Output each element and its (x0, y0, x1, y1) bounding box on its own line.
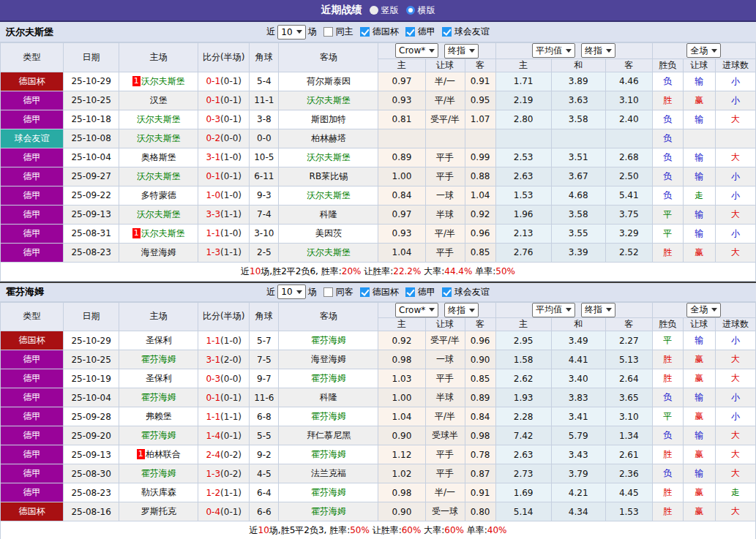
odds-lose: 3.10 (605, 407, 652, 426)
result-goals: 大 (715, 243, 755, 262)
title-bar: 近期战绩 竖版 横版 (0, 0, 756, 22)
handicap-line: 平手 (425, 369, 465, 388)
competition-cell: 德国杯 (1, 72, 64, 91)
result-handicap: 赢 (683, 502, 715, 521)
odds-stage-select-2[interactable]: 终指 (581, 303, 615, 317)
handicap-home-odds: 1.03 (378, 369, 425, 388)
match-row: 德甲 25-08-23 海登海姆 1-3(1-1) 2-5 沃尔夫斯堡 1.04… (1, 243, 756, 262)
home-team-cell: 汉堡 (119, 91, 198, 110)
league-checkbox-cup[interactable] (360, 27, 370, 37)
average-select[interactable]: 平均值 (532, 303, 575, 317)
same-home-checkbox[interactable] (323, 27, 333, 37)
away-team-cell: RB莱比锡 (279, 167, 378, 186)
match-row: 德甲 25-10-18 沃尔夫斯堡 0-3(0-1) 3-8 斯图加特 0.81… (1, 110, 756, 129)
odds-draw: 3.79 (551, 464, 605, 483)
results-table-2: 类型 日期 主场 比分(半场) 角球 客场 Crow* 终指 平均值 终指 全场 (0, 302, 756, 539)
league-label-bundesliga: 德甲 (418, 26, 435, 38)
match-row: 德甲 25-10-25 霍芬海姆 3-1(2-0) 7-5 海登海姆 0.98 … (1, 350, 756, 369)
match-row: 德甲 25-10-25 汉堡 0-1(0-1) 11-1 沃尔夫斯堡 0.93 … (1, 91, 756, 110)
match-row: 德国杯 25-08-16 罗斯托克 0-4(0-1) 6-6 霍芬海姆 0.90… (1, 502, 756, 521)
handicap-home-odds: 0.98 (378, 483, 425, 502)
result-goals: 大 (715, 369, 755, 388)
sub-col-wdl: 胜负 (652, 318, 683, 331)
home-team-cell: 海登海姆 (119, 243, 198, 262)
home-team-name: 奥格斯堡 (141, 152, 176, 162)
odds-draw: 3.83 (551, 388, 605, 407)
chevron-down-icon (429, 49, 435, 53)
league-checkbox-cup[interactable] (360, 287, 370, 297)
away-team-cell: 拜仁慕尼黑 (279, 426, 378, 445)
match-count-select[interactable]: 10 (277, 284, 305, 299)
date-cell: 25-08-30 (64, 464, 119, 483)
league-label-cup: 德国杯 (373, 286, 399, 298)
handicap-away-odds: 0.90 (465, 350, 495, 369)
score-cell: 0-3(0-1) (198, 110, 250, 129)
radio-selected-icon[interactable] (406, 6, 415, 15)
handicap-away-odds: 0.96 (465, 224, 495, 243)
layout-radio-horizontal[interactable]: 横版 (406, 4, 435, 17)
odds-win: 7.42 (495, 426, 551, 445)
corner-cell: 0-0 (250, 129, 279, 148)
competition-cell: 球会友谊 (1, 129, 64, 148)
col-home: 主场 (119, 302, 198, 331)
layout-radio-vertical[interactable]: 竖版 (370, 4, 399, 17)
away-team-cell: 霍芬海姆 (279, 407, 378, 426)
odds-stage-select-1[interactable]: 终指 (444, 44, 479, 59)
handicap-away-odds: 0.80 (465, 502, 495, 521)
halftime-score: (0-2) (220, 450, 242, 460)
bookmaker-select[interactable]: Crow* (395, 43, 438, 58)
same-away-checkbox[interactable] (323, 287, 333, 297)
results-body-2: 德国杯 25-10-29 圣保利 1-1(1-0) 5-7 霍芬海姆 0.92 … (1, 331, 756, 539)
result-wdl: 胜 (652, 445, 683, 464)
odds-draw: 4.68 (551, 186, 605, 205)
match-row: 德甲 25-10-19 圣保利 0-3(0-0) 9-7 霍芬海姆 1.03 平… (1, 369, 756, 388)
result-wdl: 平 (652, 407, 683, 426)
corner-cell: 11-6 (250, 388, 279, 407)
home-team-cell: 沃尔夫斯堡 (119, 205, 198, 224)
chevron-down-icon (296, 30, 302, 34)
odds-stage-value-2: 终指 (585, 304, 602, 316)
fulltime-score: 0-1 (206, 95, 220, 105)
result-goals (715, 129, 755, 148)
odds-stage-value-1: 终指 (448, 45, 465, 57)
handicap-odds-group: Crow* 终指 (378, 43, 495, 59)
home-team-cell: 沃尔夫斯堡 (119, 129, 198, 148)
matches-label: 场 (308, 26, 317, 38)
odds-lose: 5.41 (605, 186, 652, 205)
handicap-line: 一球 (425, 350, 465, 369)
fulltime-select[interactable]: 全场 (686, 303, 721, 317)
result-handicap (683, 129, 715, 148)
away-team-name: 霍芬海姆 (311, 335, 346, 345)
odds-stage-select-2[interactable]: 终指 (581, 43, 615, 58)
home-team-name: 霍芬海姆 (141, 468, 176, 478)
col-type: 类型 (1, 43, 64, 72)
result-goals: 大 (715, 148, 755, 167)
match-count-select[interactable]: 10 (277, 25, 305, 39)
radio-unselected-icon[interactable] (370, 6, 378, 15)
odds-win: 2.62 (495, 369, 551, 388)
league-checkbox-friendly[interactable] (442, 287, 452, 297)
summary-row: 近10场,胜2平2负6, 胜率:20% 让胜率:22.2% 大率:44.4% 单… (1, 262, 756, 281)
odds-draw: 3.40 (551, 369, 605, 388)
match-count-value: 10 (281, 287, 292, 297)
col-corner: 角球 (250, 43, 279, 72)
handicap-home-odds: 0.97 (378, 205, 425, 224)
score-cell: 0-2(0-0) (198, 129, 250, 148)
average-select[interactable]: 平均值 (532, 43, 575, 58)
away-team-cell: 霍芬海姆 (279, 483, 378, 502)
handicap-line: 一球 (425, 186, 465, 205)
league-checkbox-bundesliga[interactable] (405, 27, 415, 37)
corner-cell: 6-11 (250, 167, 279, 186)
date-cell: 25-10-25 (64, 350, 119, 369)
odds-lose: 3.10 (605, 91, 652, 110)
league-checkbox-friendly[interactable] (442, 27, 452, 37)
odds-stage-select-1[interactable]: 终指 (444, 303, 479, 317)
bookmaker-select[interactable]: Crow* (395, 303, 438, 317)
competition-cell: 德国杯 (1, 502, 64, 521)
league-checkbox-bundesliga[interactable] (405, 287, 415, 297)
date-cell: 25-09-20 (64, 426, 119, 445)
fulltime-select[interactable]: 全场 (686, 43, 721, 58)
match-row: 德甲 25-08-23 勒沃库森 1-2(1-1) 6-4 霍芬海姆 0.98 … (1, 483, 756, 502)
handicap-away-odds: 0.85 (465, 369, 495, 388)
odds-lose: 1.53 (605, 502, 652, 521)
